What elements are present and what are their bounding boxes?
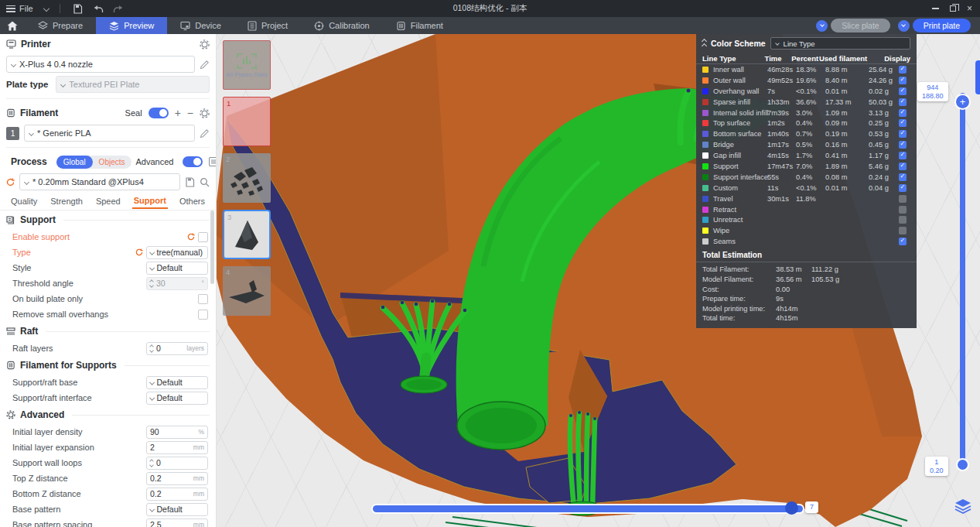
- filament-settings-gear-icon[interactable]: [200, 108, 210, 118]
- display-checkbox[interactable]: [899, 87, 907, 95]
- plate-thumb-3-selected[interactable]: 3: [223, 210, 271, 259]
- line-type-filament-g: 5.46 g: [869, 163, 895, 170]
- display-checkbox[interactable]: [899, 216, 907, 224]
- preset-list-icon[interactable]: [209, 157, 217, 166]
- process-tab[interactable]: Others: [178, 194, 207, 208]
- setting-input[interactable]: 0.2mm: [146, 488, 208, 501]
- setting-spinner[interactable]: 0layers: [146, 342, 208, 355]
- setting-spinner[interactable]: 30°: [146, 277, 208, 290]
- display-checkbox[interactable]: [899, 152, 907, 159]
- plate-type-select[interactable]: Textured PEI Plate: [56, 76, 210, 93]
- setting-checkbox[interactable]: [198, 294, 208, 304]
- setting-select[interactable]: tree(manual): [146, 246, 208, 259]
- display-checkbox[interactable]: [899, 77, 907, 84]
- plate-thumb-4[interactable]: 4: [223, 266, 271, 316]
- process-tab[interactable]: Strength: [49, 194, 84, 208]
- close-button[interactable]: ×: [967, 5, 972, 12]
- color-scheme-mode-select[interactable]: Line Type: [770, 37, 910, 50]
- plate-thumb-1[interactable]: 1: [223, 97, 271, 146]
- layers-view-icon[interactable]: [954, 498, 971, 514]
- edit-printer-icon[interactable]: [200, 60, 210, 70]
- redo-button[interactable]: [111, 2, 125, 15]
- line-type-filament-g: 24.26 g: [869, 77, 895, 84]
- save-button[interactable]: [71, 2, 85, 15]
- remove-filament-button[interactable]: −: [187, 108, 193, 118]
- undo-button[interactable]: [91, 2, 105, 15]
- tab-preview[interactable]: Preview: [96, 17, 167, 34]
- display-checkbox[interactable]: [899, 130, 907, 138]
- tab-device[interactable]: Device: [167, 17, 234, 34]
- display-checkbox[interactable]: [899, 227, 907, 234]
- reset-setting-icon[interactable]: [135, 248, 143, 256]
- setting-spinner[interactable]: 0: [146, 457, 208, 470]
- display-checkbox[interactable]: [899, 163, 907, 170]
- display-checkbox[interactable]: [899, 173, 907, 181]
- reset-process-icon[interactable]: [6, 178, 15, 187]
- print-dropdown-button[interactable]: [898, 20, 910, 32]
- scope-global-button[interactable]: Global: [56, 156, 93, 169]
- spinner-arrows-icon[interactable]: [150, 345, 153, 352]
- setting-input[interactable]: 0.2mm: [146, 472, 208, 485]
- setting-input[interactable]: 2mm: [146, 441, 208, 454]
- setting-select[interactable]: Default: [146, 392, 208, 405]
- spinner-arrows-icon[interactable]: [150, 280, 153, 287]
- layer-slider-track[interactable]: [960, 93, 965, 469]
- setting-select[interactable]: Default: [146, 503, 208, 516]
- display-checkbox[interactable]: [899, 206, 907, 214]
- spinner-arrows-icon[interactable]: [150, 460, 153, 467]
- print-plate-button[interactable]: Print plate: [913, 19, 971, 33]
- setting-input[interactable]: 2.5mm: [146, 518, 208, 527]
- slice-plate-button[interactable]: Slice plate: [831, 19, 890, 33]
- tab-filament[interactable]: Filament: [383, 17, 456, 34]
- save-preset-icon[interactable]: [185, 177, 195, 187]
- slice-dropdown-button[interactable]: [816, 20, 828, 32]
- file-menu-chevron-icon[interactable]: [43, 5, 49, 12]
- display-checkbox[interactable]: [899, 141, 907, 149]
- process-tab[interactable]: Support: [132, 193, 168, 209]
- add-filament-button[interactable]: +: [175, 108, 181, 118]
- tab-project[interactable]: Project: [234, 17, 301, 34]
- line-type-percent: 0.4%: [796, 119, 825, 127]
- printer-preset-select[interactable]: X-Plus 4 0.4 nozzle: [6, 56, 195, 73]
- process-tab[interactable]: Speed: [94, 194, 122, 208]
- file-menu[interactable]: File: [6, 4, 33, 13]
- filament-slot-badge[interactable]: 1: [6, 127, 19, 140]
- advanced-toggle[interactable]: [183, 156, 203, 167]
- display-checkbox[interactable]: [899, 109, 907, 117]
- display-checkbox[interactable]: [899, 195, 907, 203]
- preview-3d-viewport[interactable]: All Plates Stats 1 2 3 4: [217, 34, 980, 527]
- display-checkbox[interactable]: [899, 238, 907, 245]
- plate-thumb-2[interactable]: 2: [223, 153, 271, 203]
- search-settings-icon[interactable]: [200, 177, 210, 187]
- plate-thumb-all-stats[interactable]: All Plates Stats: [223, 40, 271, 90]
- edge-scroll-thumb[interactable]: [975, 60, 980, 94]
- tab-prepare[interactable]: Prepare: [25, 17, 96, 34]
- process-preset-select[interactable]: * 0.20mm Standard @XPlus4: [19, 173, 180, 190]
- collapse-panel-icon[interactable]: [702, 39, 706, 48]
- step-slider-track[interactable]: [373, 505, 803, 512]
- reset-setting-icon[interactable]: [187, 233, 195, 241]
- layer-slider-bottom-handle[interactable]: [956, 458, 969, 471]
- sidebar-scrollbar[interactable]: [210, 210, 214, 284]
- step-slider-handle[interactable]: [785, 501, 798, 515]
- display-checkbox[interactable]: [899, 98, 907, 106]
- setting-input[interactable]: 90%: [146, 426, 208, 439]
- setting-select[interactable]: Default: [146, 376, 208, 389]
- display-checkbox[interactable]: [899, 66, 907, 74]
- setting-checkbox[interactable]: [198, 310, 208, 320]
- process-tab[interactable]: Quality: [9, 194, 39, 208]
- minimize-button[interactable]: [932, 8, 939, 9]
- setting-select[interactable]: Default: [146, 262, 208, 275]
- tab-calibration[interactable]: Calibration: [301, 17, 383, 34]
- printer-settings-gear-icon[interactable]: [200, 39, 210, 50]
- display-checkbox[interactable]: [899, 119, 907, 127]
- maximize-button[interactable]: [950, 5, 956, 12]
- home-button[interactable]: [0, 17, 25, 34]
- layer-slider-top-handle[interactable]: +: [954, 94, 971, 110]
- setting-checkbox[interactable]: [198, 232, 208, 242]
- seal-toggle[interactable]: [149, 108, 169, 118]
- filament-preset-select[interactable]: * Generic PLA: [24, 125, 195, 142]
- edit-filament-icon[interactable]: [200, 128, 210, 139]
- scope-objects-button[interactable]: Objects: [93, 158, 131, 166]
- display-checkbox[interactable]: [899, 184, 907, 192]
